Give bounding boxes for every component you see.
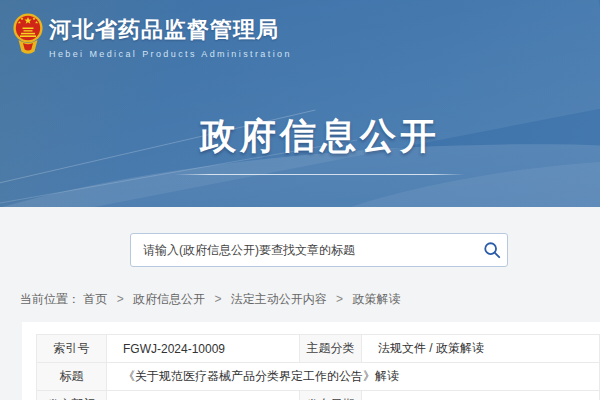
- issuing-department-value: [107, 391, 300, 400]
- title-underline: [175, 174, 465, 175]
- table-row: 发文部门 发布日期 2024-05-13: [37, 391, 600, 400]
- topic-category-value: 法规文件 / 政策解读: [362, 335, 600, 363]
- index-number-value: FGWJ-2024-10009: [107, 335, 300, 363]
- search-input[interactable]: [131, 234, 477, 266]
- page-title: 政府信息公开: [0, 112, 600, 161]
- title-value: 《关于规范医疗器械产品分类界定工作的公告》解读: [107, 363, 600, 391]
- publish-date-label: 发布日期: [300, 391, 362, 400]
- publish-date-value: 2024-05-13: [362, 391, 600, 400]
- search-box: [130, 233, 508, 267]
- table-row: 索引号 FGWJ-2024-10009 主题分类 法规文件 / 政策解读: [37, 335, 600, 363]
- issuing-department-label: 发文部门: [37, 391, 107, 400]
- site-name: 河北省药品监督管理局: [49, 15, 292, 45]
- breadcrumb-separator: >: [336, 292, 343, 306]
- breadcrumb: 当前位置： 首页 > 政府信息公开 > 法定主动公开内容 > 政策解读: [20, 291, 600, 308]
- national-emblem-icon: [13, 12, 43, 58]
- topic-category-label: 主题分类: [300, 335, 362, 363]
- document-card: 索引号 FGWJ-2024-10009 主题分类 法规文件 / 政策解读 标题 …: [22, 322, 600, 400]
- breadcrumb-separator: >: [214, 292, 221, 306]
- document-meta-table: 索引号 FGWJ-2024-10009 主题分类 法规文件 / 政策解读 标题 …: [36, 334, 600, 400]
- search-icon: [483, 241, 501, 259]
- breadcrumb-prefix: 当前位置：: [20, 292, 80, 306]
- table-row: 标题 《关于规范医疗器械产品分类界定工作的公告》解读: [37, 363, 600, 391]
- site-name-english: Hebei Medical Products Administration: [49, 49, 292, 59]
- index-number-label: 索引号: [37, 335, 107, 363]
- search-button[interactable]: [477, 234, 507, 266]
- breadcrumb-item-info-disclosure[interactable]: 政府信息公开: [133, 292, 205, 306]
- title-label: 标题: [37, 363, 107, 391]
- breadcrumb-separator: >: [117, 292, 124, 306]
- main-content: 当前位置： 首页 > 政府信息公开 > 法定主动公开内容 > 政策解读 索引号 …: [0, 207, 600, 400]
- breadcrumb-item-policy-interpretation[interactable]: 政策解读: [352, 292, 400, 306]
- breadcrumb-item-home[interactable]: 首页: [83, 292, 107, 306]
- site-header[interactable]: 河北省药品监督管理局 Hebei Medical Products Admini…: [13, 12, 292, 59]
- breadcrumb-item-statutory-content[interactable]: 法定主动公开内容: [231, 292, 327, 306]
- top-banner: 河北省药品监督管理局 Hebei Medical Products Admini…: [0, 0, 600, 207]
